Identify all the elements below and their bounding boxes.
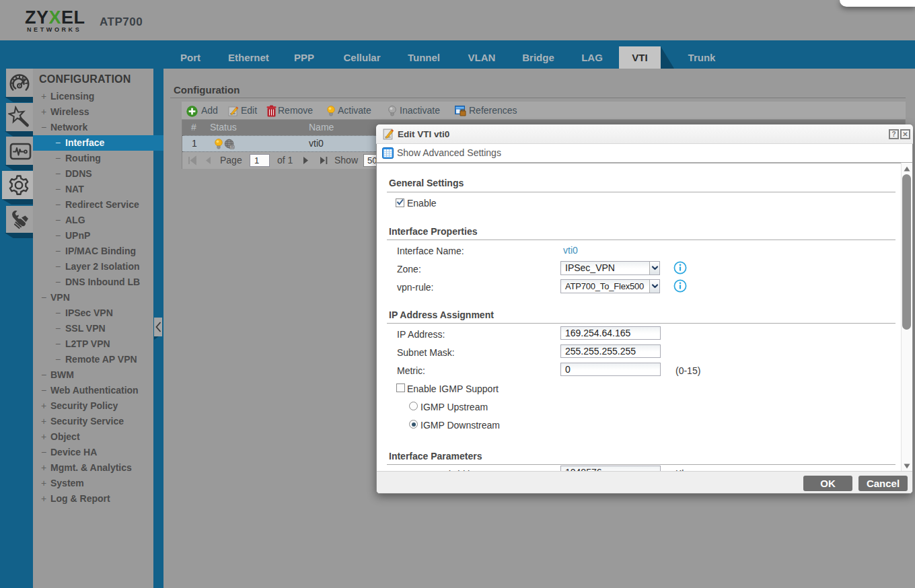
- svg-text:25: 25: [230, 145, 233, 149]
